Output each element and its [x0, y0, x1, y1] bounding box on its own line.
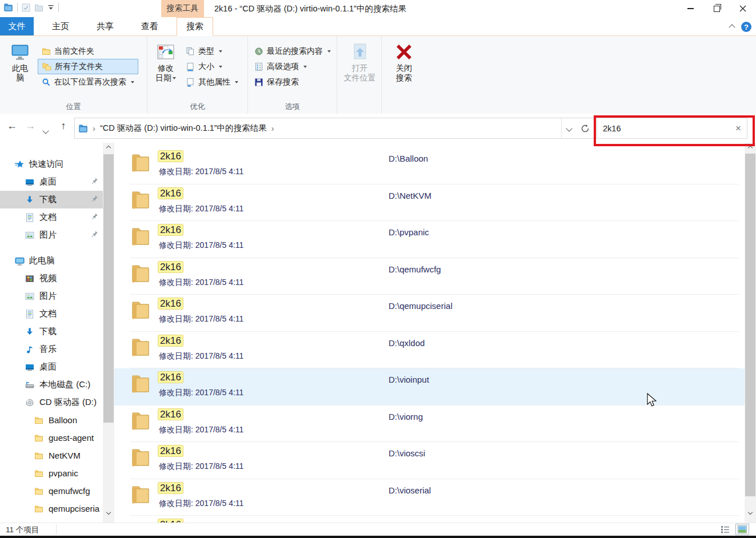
sidebar-item-folder-guest-agent[interactable]: guest-agent — [0, 429, 103, 447]
sidebar-item-folder-netkvm[interactable]: NetKVM — [0, 447, 103, 464]
file-row-partial[interactable]: 2k16 — [114, 516, 745, 523]
ribbon-tabs: 文件 主页 共享 查看 搜索 — [0, 17, 756, 36]
size-label: 大小 — [198, 62, 214, 72]
file-row-qemupciserial[interactable]: 2k16修改日期: 2017/8/5 4:11D:\qemupciserial — [114, 295, 745, 332]
scroll-up-button[interactable] — [745, 143, 756, 153]
folder-icon — [131, 152, 150, 172]
sidebar-item-pictures-pinned[interactable]: 图片 — [0, 226, 103, 244]
explorer-icon[interactable] — [3, 3, 13, 12]
tab-file[interactable]: 文件 — [0, 17, 34, 35]
this-pc-button[interactable]: 此电 脑 — [2, 38, 38, 102]
sidebar-item-downloads[interactable]: 下载 — [0, 323, 103, 340]
sidebar-item-label: 下载 — [39, 326, 57, 337]
file-row-viorng[interactable]: 2k16修改日期: 2017/8/5 4:11D:\viorng — [114, 405, 745, 443]
sidebar-item-pictures[interactable]: 图片 — [0, 287, 103, 305]
open-file-location-button[interactable]: 打开 文件位置 — [342, 38, 378, 102]
refresh-button[interactable] — [577, 118, 594, 139]
sidebar-item-desktop[interactable]: 桌面 — [0, 358, 103, 376]
new-folder-icon[interactable] — [34, 3, 43, 12]
details-view-button[interactable] — [718, 524, 732, 535]
clear-search-icon[interactable]: × — [735, 123, 741, 134]
tab-view[interactable]: 查看 — [132, 17, 167, 35]
scrollbar-thumb[interactable] — [103, 154, 114, 423]
collapse-ribbon-button[interactable] — [730, 22, 734, 32]
file-date-modified: 修改日期: 2017/8/5 4:11 — [159, 461, 243, 472]
search-again-in-button[interactable]: 在以下位置再次搜索 — [38, 74, 138, 90]
search-input[interactable]: 2k16 × — [597, 118, 747, 139]
customize-qat-icon[interactable] — [47, 4, 54, 11]
sidebar-item-label: Balloon — [49, 415, 77, 425]
current-folder-button[interactable]: 当前文件夹 — [38, 43, 138, 59]
pin-icon — [90, 212, 98, 220]
scroll-up-button[interactable] — [103, 143, 114, 153]
recent-searches-button[interactable]: 最近的搜索内容 — [250, 43, 335, 59]
tab-share[interactable]: 共享 — [87, 17, 123, 35]
breadcrumb-root[interactable] — [75, 124, 91, 133]
sidebar-item-folder-balloon[interactable]: Balloon — [0, 411, 103, 429]
other-properties-button[interactable]: 其他属性 — [182, 74, 242, 90]
star-icon — [15, 160, 24, 169]
sidebar-scrollbar[interactable] — [103, 143, 114, 523]
file-path: D:\vioinput — [389, 375, 429, 384]
sidebar-item-folder-pvpanic[interactable]: pvpanic — [0, 464, 103, 482]
address-dropdown-button[interactable] — [561, 118, 577, 138]
file-row-vioinput[interactable]: 2k16修改日期: 2017/8/5 4:11D:\vioinput — [114, 368, 745, 405]
sidebar-item-folder-qemufwcfg[interactable]: qemufwcfg — [0, 482, 103, 500]
help-icon[interactable] — [741, 22, 751, 32]
file-row-qemufwcfg[interactable]: 2k16修改日期: 2017/8/5 4:11D:\qemufwcfg — [114, 258, 745, 295]
sidebar-item-downloads-pinned[interactable]: 下载 — [0, 191, 103, 208]
close-button[interactable] — [730, 0, 756, 17]
file-row-netkvm[interactable]: 2k16修改日期: 2017/8/5 4:11D:\NetKVM — [114, 184, 745, 222]
sidebar-item-videos[interactable]: 视频 — [0, 270, 103, 287]
file-row-pvpanic[interactable]: 2k16修改日期: 2017/8/5 4:11D:\pvpanic — [114, 221, 745, 258]
file-row-balloon[interactable]: 2k16修改日期: 2017/8/5 4:11D:\Balloon — [114, 147, 745, 184]
back-button[interactable]: ← — [5, 120, 19, 132]
location-stack: 当前文件夹 所有子文件夹 在以下位置再次搜索 — [38, 38, 138, 102]
sidebar-item-desktop-pinned[interactable]: 桌面 — [0, 173, 103, 191]
breadcrumb-segment[interactable]: “CD 驱动器 (D:) virtio-win-0.1.1”中的搜索结果 — [97, 123, 270, 134]
sidebar-item-documents[interactable]: 文档 — [0, 305, 103, 323]
sidebar-item-documents-pinned[interactable]: 文档 — [0, 208, 103, 226]
sidebar-item-music[interactable]: 音乐 — [0, 340, 103, 358]
search-term-highlight: 2k16 — [158, 298, 183, 310]
tab-search[interactable]: 搜索 — [177, 17, 213, 36]
content-view-button[interactable] — [735, 524, 749, 535]
file-row-vioserial[interactable]: 2k16修改日期: 2017/8/5 4:11D:\vioserial — [114, 479, 745, 516]
sidebar-item-quick-access[interactable]: 快速访问 — [0, 155, 103, 173]
forward-button[interactable]: → — [23, 120, 38, 132]
properties-icon[interactable] — [22, 3, 30, 12]
advanced-options-button[interactable]: 高级选项 — [250, 59, 335, 74]
sidebar-item-label: guest-agent — [49, 433, 94, 443]
dropdown-arrow-icon — [219, 50, 222, 53]
folder-icon — [131, 299, 150, 320]
close-search-button[interactable]: 关闭 搜索 — [386, 38, 422, 102]
date-modified-button[interactable]: 修改 日期 — [150, 38, 182, 102]
main-scrollbar[interactable] — [745, 143, 756, 523]
other-properties-icon — [186, 78, 195, 87]
file-row-vioscsi[interactable]: 2k16修改日期: 2017/8/5 4:11D:\vioscsi — [114, 442, 745, 479]
sidebar-item-cd-drive-d[interactable]: CD 驱动器 (D:) — [0, 394, 103, 411]
minimize-button[interactable] — [677, 0, 703, 17]
save-search-button[interactable]: 保存搜索 — [250, 74, 335, 90]
sidebar: 快速访问桌面下载文档图片此电脑视频图片文档下载音乐桌面本地磁盘 (C:)CD 驱… — [0, 143, 103, 523]
sidebar-item-local-disk-c[interactable]: 本地磁盘 (C:) — [0, 376, 103, 394]
scroll-down-button[interactable] — [103, 507, 114, 517]
pin-icon — [90, 195, 98, 203]
scrollbar-thumb[interactable] — [745, 154, 755, 496]
up-button[interactable]: ↑ — [56, 120, 71, 132]
breadcrumb[interactable]: › “CD 驱动器 (D:) virtio-win-0.1.1”中的搜索结果 › — [74, 118, 577, 139]
recent-locations-button[interactable] — [43, 125, 48, 135]
sidebar-item-folder-partial[interactable] — [0, 517, 103, 523]
tab-home[interactable]: 主页 — [43, 17, 78, 35]
sidebar-item-this-pc[interactable]: 此电脑 — [0, 252, 103, 270]
ribbon-group-options: 最近的搜索内容 高级选项 保存搜索 选项 — [248, 36, 337, 114]
kind-button[interactable]: 类型 — [182, 43, 242, 59]
search-term-highlight: 2k16 — [158, 519, 183, 523]
recent-searches-icon — [254, 47, 263, 56]
restore-button[interactable] — [703, 0, 730, 17]
scroll-down-button[interactable] — [745, 507, 756, 517]
size-button[interactable]: 大小 — [182, 59, 242, 74]
all-subfolders-button[interactable]: 所有子文件夹 — [38, 59, 138, 74]
file-row-qxldod[interactable]: 2k16修改日期: 2017/8/5 4:11D:\qxldod — [114, 332, 745, 369]
sidebar-item-folder-qemupciserial[interactable]: qemupciseria — [0, 500, 103, 517]
